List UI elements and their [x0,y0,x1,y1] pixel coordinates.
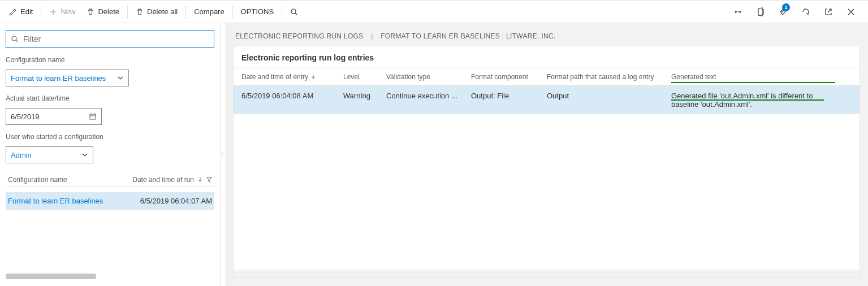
col-level[interactable]: Level [343,73,386,81]
col-validation[interactable]: Validation type [386,73,471,81]
user-label: User who started a configuration [6,133,214,141]
trash-icon [87,8,94,16]
separator [282,5,282,19]
connector-icon[interactable] [730,4,746,20]
toolbar-right: 1 [730,4,865,20]
start-date-field[interactable]: 6/5/2019 [6,108,102,125]
toolbar-group: Edit New Delete Delete all [3,4,304,19]
delete-all-label: Delete all [147,7,178,16]
col-component[interactable]: Format component [471,73,547,81]
compare-button[interactable]: Compare [188,4,230,19]
header-rundate[interactable]: Date and time of run [132,176,194,184]
col-date[interactable]: Date and time of entry [241,73,343,81]
log-table: Date and time of entry Level Validation … [234,68,860,278]
compare-label: Compare [194,7,224,16]
user-value: Admin [11,151,32,159]
separator [127,5,128,19]
search-icon [11,35,19,43]
log-panel: Electronic reporting run log entries Dat… [233,46,860,278]
new-button[interactable]: New [44,4,81,19]
table-bottom-scroll[interactable] [234,270,860,278]
config-name-select[interactable]: Format to learn ER baselines [6,70,129,86]
options-button[interactable]: OPTIONS [235,4,280,19]
header-config[interactable]: Configuration name [8,176,67,184]
edit-button[interactable]: Edit [3,4,38,19]
highlight-underline [671,99,824,101]
body: Configuration name Format to learn ER ba… [0,23,868,286]
edit-label: Edit [20,7,33,16]
delete-label: Delete [98,7,119,16]
trash-icon [136,8,144,16]
filter-input[interactable] [22,34,209,44]
start-date-value: 6/5/2019 [11,112,40,121]
start-date-label: Actual start date/time [6,94,214,102]
filter-input-wrap[interactable] [6,30,214,48]
breadcrumb: ELECTRONIC REPORTING RUN LOGS | FORMAT T… [225,23,868,46]
horizontal-scrollbar[interactable] [6,274,96,279]
cell-generated: Generated file 'out.Admin.xml' is differ… [671,92,841,109]
close-icon[interactable] [843,4,859,20]
options-label: OPTIONS [241,7,274,16]
search-button[interactable] [284,5,304,19]
chevron-down-icon [81,151,88,158]
refresh-icon[interactable] [798,4,814,20]
main: ELECTRONIC REPORTING RUN LOGS | FORMAT T… [225,23,868,286]
cell-date: 6/5/2019 06:04:08 AM [241,92,343,100]
delete-button[interactable]: Delete [81,4,125,19]
cell-level: Warning [343,92,386,100]
notification-badge: 1 [782,3,790,11]
filter-icon[interactable] [206,177,212,183]
row-date: 6/5/2019 06:04:07 AM [140,197,212,205]
cell-component: Output: File [471,92,547,100]
plus-icon [49,8,57,16]
col-date-label: Date and time of entry [241,73,308,81]
calendar-icon [89,112,97,120]
svg-rect-4 [90,114,96,119]
table-row[interactable]: 6/5/2019 06:04:08 AM Warning Continue ex… [234,86,860,114]
user-select[interactable]: Admin [6,146,93,163]
cell-path: Output [547,92,671,100]
delete-all-button[interactable]: Delete all [130,4,183,19]
sidebar-grid-header: Configuration name Date and time of run [6,172,214,187]
chevron-down-icon [117,75,124,81]
breadcrumb-part1[interactable]: ELECTRONIC REPORTING RUN LOGS [235,32,364,40]
separator [41,5,41,19]
sidebar-grid-row[interactable]: Format to learn ER baselines 6/5/2019 06… [6,192,214,210]
col-path[interactable]: Format path that caused a log entry [547,73,671,81]
cell-validation: Continue execution ... [386,92,471,100]
search-icon [290,8,298,16]
config-name-label: Configuration name [6,56,214,64]
sidebar: Configuration name Format to learn ER ba… [0,23,221,286]
panel-title: Electronic reporting run log entries [234,46,860,68]
attachments-icon[interactable]: 1 [775,4,791,20]
sort-down-icon[interactable] [197,177,203,183]
row-config[interactable]: Format to learn ER baselines [8,197,103,205]
splitter-handle[interactable]: ⋮ [221,23,225,286]
svg-point-3 [12,36,16,41]
table-header: Date and time of entry Level Validation … [234,68,860,86]
sort-down-icon [310,74,316,80]
breadcrumb-sep: | [371,32,373,40]
svg-point-0 [291,9,296,14]
col-generated[interactable]: Generated text [671,73,841,81]
office-icon[interactable] [753,4,768,20]
separator [185,5,186,19]
new-label: New [61,7,75,16]
toolbar: Edit New Delete Delete all [0,1,868,23]
header-rundate-wrap: Date and time of run [132,176,212,184]
pencil-icon [9,8,17,16]
separator [232,5,233,19]
breadcrumb-part2[interactable]: FORMAT TO LEARN ER BASELINES : LITWARE, … [381,32,555,40]
popout-icon[interactable] [821,4,836,20]
app-window: Edit New Delete Delete all [0,0,868,286]
config-name-value: Format to learn ER baselines [11,74,106,83]
